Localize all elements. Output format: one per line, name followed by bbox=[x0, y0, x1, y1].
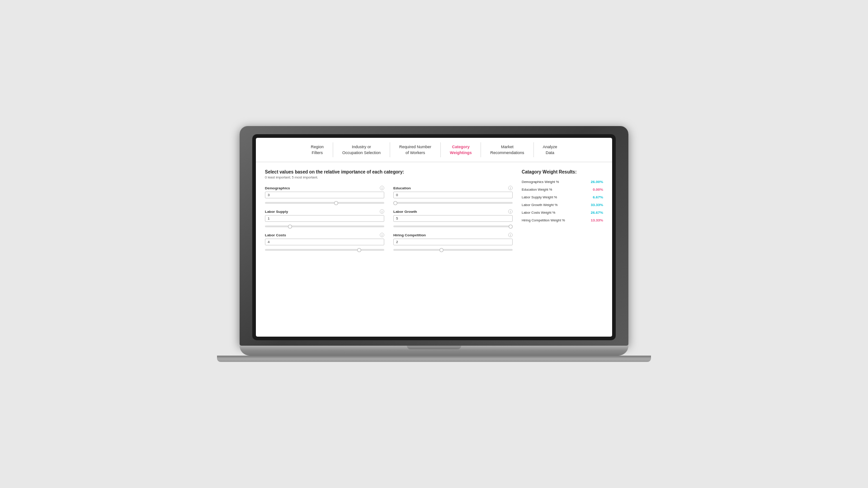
result-label: Labor Costs Weight % bbox=[522, 211, 555, 215]
laptop-base bbox=[240, 346, 628, 356]
slider-label-row: Labor Supply i bbox=[265, 209, 384, 214]
section-title: Select values based on the relative impo… bbox=[265, 169, 513, 174]
slider-label-demographics: Demographics bbox=[265, 186, 290, 190]
result-label: Education Weight % bbox=[522, 188, 552, 192]
result-row: Labor Supply Weight % 6.67% bbox=[522, 195, 603, 199]
slider-label-hiring_competition: Hiring Competition bbox=[393, 233, 426, 237]
slider-label-education: Education bbox=[393, 186, 411, 190]
info-icon-labor_growth[interactable]: i bbox=[508, 209, 513, 214]
slider-label-row: Labor Growth i bbox=[393, 209, 513, 214]
nav-item-required[interactable]: Required Numberof Workers bbox=[390, 142, 441, 157]
slider-value-labor_costs[interactable] bbox=[265, 239, 384, 245]
laptop-notch bbox=[407, 346, 461, 349]
nav-item-analyze[interactable]: AnalyzeData bbox=[534, 142, 566, 157]
laptop-screen: RegionFiltersIndustry orOccupation Selec… bbox=[256, 138, 612, 337]
screen-bezel: RegionFiltersIndustry orOccupation Selec… bbox=[252, 134, 616, 340]
slider-value-education[interactable] bbox=[393, 192, 513, 198]
main-content: Select values based on the relative impo… bbox=[256, 162, 612, 258]
info-icon-education[interactable]: i bbox=[508, 186, 513, 190]
nav-item-region[interactable]: RegionFilters bbox=[302, 142, 333, 157]
slider-label-row: Hiring Competition i bbox=[393, 233, 513, 237]
info-icon-labor_costs[interactable]: i bbox=[380, 233, 384, 237]
slider-input-hiring_competition[interactable] bbox=[393, 249, 513, 251]
slider-group-labor_supply: Labor Supply i bbox=[265, 209, 384, 227]
nav-item-category[interactable]: CategoryWeightings bbox=[441, 142, 481, 157]
info-icon-hiring_competition[interactable]: i bbox=[508, 233, 513, 237]
result-value: 26.00% bbox=[591, 180, 603, 184]
slider-label-labor_supply: Labor Supply bbox=[265, 210, 288, 214]
slider-input-labor_growth[interactable] bbox=[393, 225, 513, 227]
laptop-base-wrapper bbox=[240, 346, 628, 356]
result-row: Labor Costs Weight % 26.67% bbox=[522, 211, 603, 215]
slider-value-hiring_competition[interactable] bbox=[393, 239, 513, 245]
slider-label-row: Labor Costs i bbox=[265, 233, 384, 237]
result-value: 26.67% bbox=[591, 211, 603, 215]
slider-group-labor_growth: Labor Growth i bbox=[393, 209, 513, 227]
result-label: Labor Growth Weight % bbox=[522, 203, 557, 207]
left-panel: Select values based on the relative impo… bbox=[265, 169, 513, 251]
slider-value-demographics[interactable] bbox=[265, 192, 384, 198]
right-panel: Catagory Weight Results: Demographics We… bbox=[522, 169, 603, 251]
section-subtitle: 0 least important; 5 most important. bbox=[265, 175, 513, 179]
slider-input-demographics[interactable] bbox=[265, 202, 384, 204]
slider-group-hiring_competition: Hiring Competition i bbox=[393, 233, 513, 251]
result-row: Hiring Competition Weight % 13.33% bbox=[522, 218, 603, 222]
result-value: 33.33% bbox=[591, 203, 603, 207]
result-value: 13.33% bbox=[591, 218, 603, 222]
laptop-foot bbox=[217, 356, 651, 362]
info-icon-demographics[interactable]: i bbox=[380, 186, 384, 190]
result-row: Labor Growth Weight % 33.33% bbox=[522, 203, 603, 207]
result-label: Demographics Weight % bbox=[522, 180, 559, 184]
results-list: Demographics Weight % 26.00% Education W… bbox=[522, 180, 603, 222]
slider-label-labor_costs: Labor Costs bbox=[265, 233, 286, 237]
slider-label-row: Demographics i bbox=[265, 186, 384, 190]
nav-item-industry[interactable]: Industry orOccupation Selection bbox=[333, 142, 390, 157]
result-value: 0.00% bbox=[593, 188, 603, 192]
slider-label-labor_growth: Labor Growth bbox=[393, 210, 417, 214]
slider-group-education: Education i bbox=[393, 186, 513, 204]
slider-input-labor_supply[interactable] bbox=[265, 225, 384, 227]
slider-value-labor_supply[interactable] bbox=[265, 215, 384, 222]
result-label: Hiring Competition Weight % bbox=[522, 218, 565, 222]
slider-label-row: Education i bbox=[393, 186, 513, 190]
result-value: 6.67% bbox=[593, 195, 603, 199]
result-row: Demographics Weight % 26.00% bbox=[522, 180, 603, 184]
slider-input-education[interactable] bbox=[393, 202, 513, 204]
laptop-wrapper: RegionFiltersIndustry orOccupation Selec… bbox=[240, 126, 628, 362]
info-icon-labor_supply[interactable]: i bbox=[380, 209, 384, 214]
slider-input-labor_costs[interactable] bbox=[265, 249, 384, 251]
slider-group-demographics: Demographics i bbox=[265, 186, 384, 204]
navigation-bar: RegionFiltersIndustry orOccupation Selec… bbox=[256, 138, 612, 162]
result-label: Labor Supply Weight % bbox=[522, 195, 557, 199]
sliders-grid: Demographics i Education i Labor Supply … bbox=[265, 186, 513, 251]
nav-item-market[interactable]: MarketRecommendations bbox=[481, 142, 533, 157]
laptop-screen-outer: RegionFiltersIndustry orOccupation Selec… bbox=[240, 126, 628, 346]
results-title: Catagory Weight Results: bbox=[522, 169, 603, 174]
slider-value-labor_growth[interactable] bbox=[393, 215, 513, 222]
slider-group-labor_costs: Labor Costs i bbox=[265, 233, 384, 251]
result-row: Education Weight % 0.00% bbox=[522, 188, 603, 192]
